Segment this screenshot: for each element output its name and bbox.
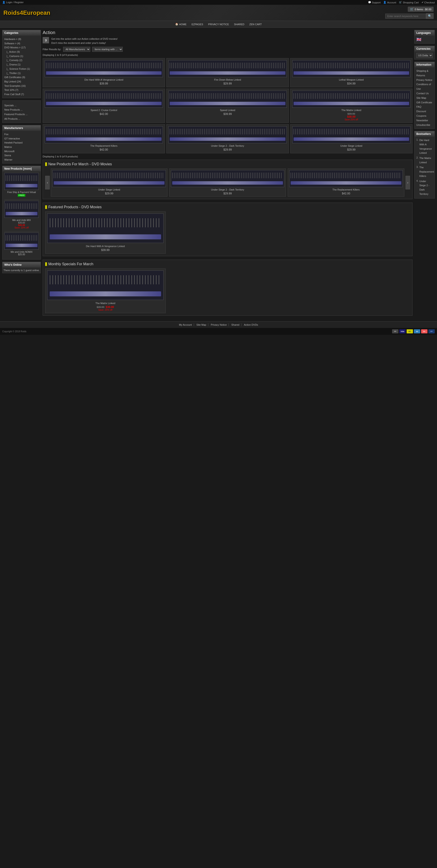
carousel-img-3[interactable]: [289, 170, 403, 187]
new-prod-2-sale: $20.00: [4, 224, 39, 226]
info-contact[interactable]: Contact Us: [416, 91, 433, 96]
cat-test10[interactable]: Test 10% (7): [4, 88, 39, 92]
mfr-warner[interactable]: Warner: [4, 158, 39, 162]
new-prod-3-img[interactable]: [4, 232, 39, 250]
monthly-name-1[interactable]: The Matrix Linked: [47, 302, 164, 305]
info-newsletter[interactable]: Newsletter Unsubscribe: [416, 118, 433, 127]
items-starting-filter[interactable]: Items starting with ...: [92, 47, 123, 52]
product-name-8[interactable]: Under Siege 2 - Dark Territory: [168, 145, 287, 147]
new-prod-1-img[interactable]: [4, 173, 39, 190]
nav-zen-cart[interactable]: ZEN CART: [247, 22, 264, 26]
mfr-gt[interactable]: GT Interactive: [4, 136, 39, 141]
cart-button[interactable]: 🛒 0 Items - $0.00: [408, 7, 434, 12]
nav-shared[interactable]: SHARED: [232, 22, 247, 26]
product-name-6[interactable]: The Matrix Linked: [292, 109, 410, 112]
home-icon: 🏠: [175, 23, 178, 26]
site-logo[interactable]: Roids4European: [3, 9, 51, 17]
carousel-img-2[interactable]: [171, 170, 284, 187]
nav-privacy-notice[interactable]: PRIVACY NOTICE: [206, 22, 231, 26]
specials-link[interactable]: Specials ...: [4, 103, 39, 108]
manufacturers-filter[interactable]: All Manufacturers: [63, 47, 90, 52]
checkout-link[interactable]: ✔ Checkout: [422, 1, 435, 4]
account-link[interactable]: 👤 Account: [383, 1, 396, 4]
bs-name-3[interactable]: The Replacement Killers: [419, 165, 434, 178]
info-privacy[interactable]: Privacy Notice: [416, 78, 433, 83]
mfr-hp[interactable]: Hewlett Packard: [4, 141, 39, 145]
footer-shared[interactable]: Shared: [229, 323, 241, 326]
product-img-9[interactable]: [292, 126, 410, 143]
support-link[interactable]: 💬 Support: [368, 1, 381, 4]
search-button[interactable]: 🔍: [426, 13, 434, 19]
cat-thriller[interactable]: |_ Thriller (1): [4, 71, 39, 75]
cat-testexamples[interactable]: Test Examples (16): [4, 84, 39, 88]
cat-software[interactable]: Software-> (4): [4, 41, 39, 45]
cat-drama[interactable]: |_ Drama (1): [4, 62, 39, 67]
carousel-prod-1: Under Siege Linked $29.99: [51, 168, 167, 197]
carousel-next[interactable]: ›: [405, 176, 410, 189]
footer-action-dvds[interactable]: Action DVDs: [242, 323, 260, 326]
monthly-prod-1: The Matrix Linked $39.99 $30.00 Save: 25…: [45, 269, 166, 313]
login-register-link[interactable]: Login / Register: [6, 1, 24, 4]
new-products-link[interactable]: New Products ...: [4, 107, 39, 112]
featured-name-1[interactable]: Die Hard With A Vengeance Linked: [47, 245, 164, 248]
shopping-cart-link[interactable]: 🛒 Shopping Cart: [399, 1, 418, 4]
product-img-4[interactable]: [45, 91, 163, 107]
bs-name-4[interactable]: Under Siege 2 - Dark Territory: [419, 179, 433, 196]
product-img-3[interactable]: [292, 60, 410, 77]
cat-hardware[interactable]: Hardware-> (8): [4, 37, 39, 41]
info-giftcert[interactable]: Gift Certificate FAQ: [416, 100, 433, 110]
monthly-img-1[interactable]: [47, 271, 164, 300]
cat-scifi[interactable]: |_ Science Fiction (1): [4, 67, 39, 71]
product-img-1[interactable]: [45, 60, 163, 77]
new-products-sidebar-title: New Products [more]: [2, 166, 41, 172]
product-img-5[interactable]: [168, 91, 287, 107]
footer-privacy-notice[interactable]: Privacy Notice: [209, 323, 229, 326]
cat-giftcert[interactable]: Gift Certificates (9): [4, 75, 39, 80]
mfr-fox[interactable]: Fox: [4, 132, 39, 136]
featured-products-link[interactable]: Featured Products ...: [4, 112, 39, 117]
new-prod-3: Min and Units NOMIX $25.00: [4, 232, 39, 256]
nav-ezpages[interactable]: EZPAGES: [189, 22, 205, 26]
info-conditions[interactable]: Conditions of Use: [416, 82, 433, 91]
carousel-img-1[interactable]: [53, 170, 166, 187]
bs-name-2[interactable]: The Matrix Linked: [419, 156, 433, 164]
cat-dvdmovies[interactable]: DVD Movies-> (17): [4, 45, 39, 50]
product-name-9[interactable]: Under Siege Linked: [292, 145, 410, 147]
carousel-prev[interactable]: ‹: [45, 176, 50, 189]
all-products-link[interactable]: All Products ...: [4, 117, 39, 121]
cat-biglinked[interactable]: Big Linked (24): [4, 80, 39, 84]
product-name-7[interactable]: The Replacement Killers: [45, 145, 163, 147]
featured-img-1[interactable]: [47, 214, 164, 243]
footer-my-account[interactable]: My Account: [177, 323, 194, 326]
cat-freecall[interactable]: Free Call Stuff (7): [4, 92, 39, 96]
product-name-5[interactable]: Speed Linked: [168, 109, 287, 112]
info-shipping[interactable]: Shipping & Returns: [416, 69, 433, 78]
product-name-3[interactable]: Lethal Weapon Linked: [292, 79, 410, 81]
mfr-sierra[interactable]: Sierra: [4, 153, 39, 158]
filter-row: Filter Results by: All Manufacturers Ite…: [43, 47, 412, 52]
mfr-microsoft[interactable]: Microsoft: [4, 149, 39, 154]
cat-comedy[interactable]: |_ Comedy (2): [4, 58, 39, 62]
mfr-matrox[interactable]: Matrox: [4, 145, 39, 149]
cart-icon: 🛒: [399, 1, 402, 4]
products-grid: Die Hard With A Vengeance Linked $39.99 …: [43, 58, 412, 153]
search-input[interactable]: [385, 13, 426, 19]
currency-select[interactable]: US Dollar: [416, 53, 433, 58]
product-img-2[interactable]: [168, 60, 287, 77]
product-img-6[interactable]: [292, 91, 410, 107]
nav-home[interactable]: 🏠 HOME: [173, 22, 189, 26]
product-name-4[interactable]: Speed 2: Cruise Control: [45, 109, 163, 112]
product-img-8[interactable]: [168, 126, 287, 143]
info-coupons[interactable]: Discount Coupons: [416, 109, 433, 118]
footer-site-map[interactable]: Site Map: [195, 323, 208, 326]
search-bar: 🔍: [385, 13, 434, 19]
product-name-1[interactable]: Die Hard With A Vengeance Linked: [45, 79, 163, 81]
cat-action[interactable]: |_ Action (9): [4, 50, 39, 54]
new-prod-2-img[interactable]: [4, 201, 39, 218]
bs-name-1[interactable]: Die Hard With A Vengeance Linked: [419, 138, 433, 155]
product-name-2[interactable]: Fire Down Below Linked: [168, 79, 287, 81]
product-img-7[interactable]: [45, 126, 163, 143]
info-sitemap[interactable]: Site Map: [416, 96, 433, 100]
uk-flag[interactable]: 🇬🇧: [416, 37, 421, 42]
cat-cartoons[interactable]: |_ Cartoons (1): [4, 54, 39, 58]
